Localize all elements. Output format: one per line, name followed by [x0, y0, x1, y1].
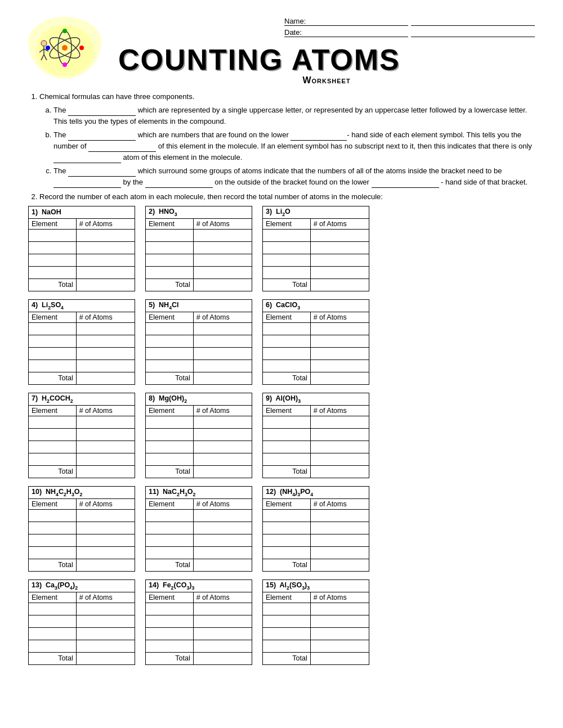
element-cell — [263, 453, 311, 465]
table-row — [29, 359, 135, 372]
element-cell — [263, 509, 311, 522]
table-row — [263, 359, 369, 372]
table-row — [146, 229, 252, 241]
total-value — [310, 278, 369, 291]
molecule-table: 12) (NH4)3PO4Element# of AtomsTotal — [262, 486, 369, 572]
total-label: Total — [263, 652, 311, 664]
atoms-cell — [193, 229, 252, 241]
col-atoms: # of Atoms — [310, 498, 369, 509]
table-row — [29, 627, 135, 640]
table-row — [29, 241, 135, 254]
element-cell — [146, 441, 194, 453]
table-row — [146, 534, 252, 546]
element-cell — [263, 546, 311, 559]
element-cell — [146, 509, 194, 522]
atoms-cell — [310, 266, 369, 278]
atoms-cell — [193, 254, 252, 266]
atoms-cell — [193, 322, 252, 335]
name-field — [411, 17, 535, 26]
col-element: Element — [29, 498, 77, 509]
instruction-b: The which are numbers that are found on … — [53, 129, 535, 163]
table-row — [263, 428, 369, 441]
table-row — [146, 428, 252, 441]
atoms-cell — [310, 522, 369, 534]
total-label: Total — [263, 278, 311, 291]
atoms-cell — [193, 359, 252, 372]
table-row — [263, 522, 369, 534]
table-row — [146, 266, 252, 278]
atoms-cell — [310, 615, 369, 627]
sub-title: Worksheet — [302, 75, 350, 86]
element-cell — [29, 229, 77, 241]
element-cell — [146, 428, 194, 441]
total-label: Total — [146, 465, 194, 478]
total-row: Total — [263, 652, 369, 664]
total-value — [193, 465, 252, 478]
total-value — [76, 372, 135, 384]
table-row — [263, 627, 369, 640]
molecule-table: 2) HNO3Element# of AtomsTotal — [145, 206, 252, 291]
table-row — [263, 546, 369, 559]
table-row — [263, 640, 369, 652]
total-row: Total — [146, 559, 252, 571]
element-cell — [29, 522, 77, 534]
total-value — [76, 652, 135, 664]
element-cell — [263, 615, 311, 627]
blank-a1 — [68, 108, 136, 116]
element-cell — [263, 254, 311, 266]
total-value — [310, 372, 369, 384]
total-row: Total — [263, 278, 369, 291]
table-row — [263, 335, 369, 347]
svg-point-4 — [62, 45, 68, 51]
total-value — [76, 559, 135, 571]
total-value — [193, 372, 252, 384]
element-cell — [29, 241, 77, 254]
element-cell — [146, 627, 194, 640]
table-row — [29, 534, 135, 546]
total-row: Total — [29, 278, 135, 291]
total-label: Total — [29, 652, 77, 664]
total-label: Total — [29, 559, 77, 571]
table-row — [29, 453, 135, 465]
element-cell — [146, 522, 194, 534]
molecule-table: 15) Al2(SO3)3Element# of AtomsTotal — [262, 579, 369, 665]
table-row — [263, 229, 369, 241]
molecule-table: 1) NaOHElement# of AtomsTotal — [28, 206, 135, 291]
atoms-cell — [310, 416, 369, 428]
blank-c2 — [53, 180, 121, 188]
atoms-cell — [76, 254, 135, 266]
col-element: Element — [263, 218, 311, 229]
element-cell — [146, 266, 194, 278]
table-row — [146, 347, 252, 359]
atoms-cell — [193, 640, 252, 652]
table-row — [263, 615, 369, 627]
col-atoms: # of Atoms — [193, 498, 252, 509]
element-cell — [263, 359, 311, 372]
molecule-table: 8) Mg(OH)2Element# of AtomsTotal — [145, 393, 252, 478]
table-row — [263, 509, 369, 522]
atoms-cell — [193, 615, 252, 627]
atoms-cell — [193, 241, 252, 254]
blank-b2 — [291, 133, 347, 141]
element-cell — [29, 603, 77, 615]
col-atoms: # of Atoms — [193, 405, 252, 416]
atoms-cell — [193, 546, 252, 559]
total-row: Total — [263, 465, 369, 478]
col-atoms: # of Atoms — [310, 592, 369, 603]
svg-point-6 — [46, 46, 50, 50]
atoms-cell — [76, 615, 135, 627]
element-cell — [146, 254, 194, 266]
element-cell — [146, 640, 194, 652]
date-field — [411, 28, 535, 37]
total-label: Total — [29, 372, 77, 384]
atoms-cell — [193, 266, 252, 278]
table-row — [29, 546, 135, 559]
atoms-cell — [193, 416, 252, 428]
table-row — [29, 335, 135, 347]
table-row — [29, 266, 135, 278]
total-label: Total — [146, 559, 194, 571]
table-row — [146, 441, 252, 453]
atoms-cell — [76, 627, 135, 640]
table-row — [146, 359, 252, 372]
total-value — [193, 278, 252, 291]
